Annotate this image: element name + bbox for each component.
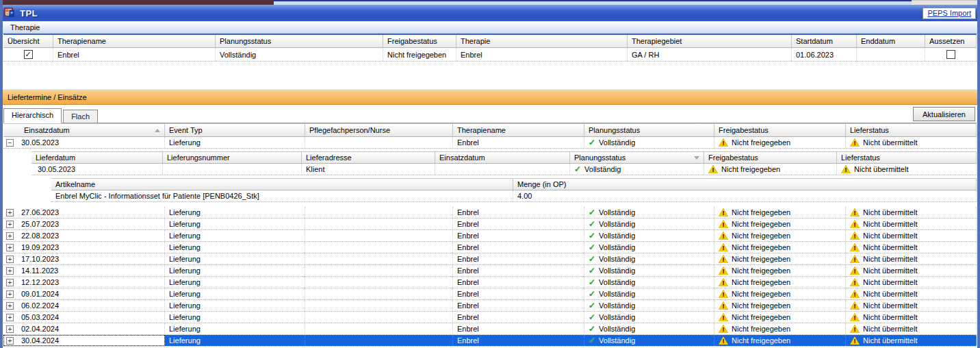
column-header-enddatum[interactable]: Enddatum [857,35,925,47]
expand-icon[interactable] [6,290,14,298]
freigabestatus-cell: Nicht freigegeben [732,313,790,321]
column-header-startdatum[interactable]: Startdatum [792,35,857,47]
lieferstatus-cell: Nicht übermittelt [863,325,917,333]
column-header-pflegefachperson[interactable]: Pflegefachperson/Nurse [305,124,453,136]
table-row[interactable]: 22.08.2023 Lieferung Enbrel ✓Vollständig… [3,230,977,242]
table-row[interactable]: 14.11.2023 Lieferung Enbrel ✓Vollständig… [3,265,977,277]
table-row[interactable]: 12.12.2023 Lieferung Enbrel ✓Vollständig… [3,277,977,288]
lieferstatus-cell: Nicht übermittelt [863,290,917,298]
event-typ-cell: Lieferung [165,265,305,276]
uebersicht-checkbox-checked[interactable]: ✓ [24,50,33,59]
column-header-lieferstatus[interactable]: Lieferstatus [837,152,977,163]
warning-icon [841,165,851,173]
column-header-artikelname[interactable]: Artikelname [51,179,513,190]
column-header-therapiename[interactable]: Therapiename [53,35,216,47]
peps-import-button[interactable]: PEPS Import [923,8,976,19]
expand-icon[interactable] [6,221,14,228]
planungsstatus-cell: Vollständig [599,290,635,298]
column-header-lieferstatus[interactable]: Lieferstatus [846,124,977,136]
check-icon: ✓ [589,301,595,310]
tab-hierarchisch[interactable]: Hierarchisch [3,108,62,123]
expand-icon[interactable] [6,302,14,310]
warning-icon [719,232,728,240]
column-header-menge[interactable]: Menge (in OP) [513,179,977,190]
planning-status-cell: Vollständig [216,48,383,61]
table-row[interactable]: 19.09.2023 Lieferung Enbrel ✓Vollständig… [3,242,977,253]
check-icon: ✓ [574,165,581,173]
menu-item-therapie[interactable]: Therapie [8,23,42,32]
column-header-einsatzdatum[interactable]: Einsatzdatum [435,152,570,163]
therapiename-cell: Enbrel [453,300,584,311]
warning-icon [850,325,860,333]
refresh-button[interactable]: Aktualisieren [913,107,975,121]
table-row[interactable]: 02.04.2024 Lieferung Enbrel ✓Vollständig… [3,323,977,335]
column-header-therapie[interactable]: Therapie [456,35,628,47]
column-header-lieferadresse[interactable]: Lieferadresse [302,152,435,163]
column-header-lieferdatum[interactable]: Lieferdatum [31,152,163,163]
nested-delivery-row[interactable]: 30.05.2023 Klient ✓Vollständig Nicht fre… [31,164,977,175]
column-header-therapiegebiet[interactable]: Therapiegebiet [628,35,792,47]
table-row[interactable]: 25.07.2023 Lieferung Enbrel ✓Vollständig… [3,219,977,230]
column-header-planungsstatus[interactable]: Planungsstatus [216,35,383,47]
check-icon: ✓ [589,138,595,147]
window-title: TPL [20,8,38,18]
warning-icon [850,290,860,298]
event-typ-cell: Lieferung [165,242,305,253]
aussetzen-checkbox-unchecked[interactable] [946,50,955,59]
title-bar[interactable]: TPL PEPS Import [0,5,980,21]
expand-icon[interactable] [6,314,14,321]
column-header-event-typ[interactable]: Event Typ [165,124,305,136]
table-row[interactable]: 30.04.2024 Lieferung Enbrel ✓Vollständig… [3,335,977,347]
tab-flach[interactable]: Flach [63,110,98,123]
therapy-row[interactable]: ✓ Enbrel Vollständig Nicht freigegeben E… [3,48,977,62]
table-row[interactable]: 27.06.2023 Lieferung Enbrel ✓Vollständig… [3,207,977,219]
app-window-icon [4,8,15,18]
column-header-planungsstatus[interactable]: Planungsstatus [584,124,714,136]
column-header-lieferungsnummer[interactable]: Lieferungsnummer [163,152,302,163]
planungsstatus-cell: Vollständig [599,278,635,286]
article-table: Artikelname Menge (in OP) Enbrel MyClic … [3,178,977,202]
column-header-uebersicht[interactable]: Übersicht [3,35,53,47]
lieferungsnummer-cell [163,164,302,175]
freigabestatus-cell: Nicht freigegeben [732,290,790,298]
einsatzdatum-cell: 25.07.2023 [21,220,59,228]
table-row[interactable]: 09.01.2024 Lieferung Enbrel ✓Vollständig… [3,288,977,300]
table-row-expanded[interactable]: 30.05.2023 Lieferung Enbrel ✓Vollständig… [3,137,977,149]
expand-icon[interactable] [6,244,14,251]
nurse-cell [305,207,453,218]
event-typ-cell: Lieferung [165,288,305,299]
column-header-aussetzen[interactable]: Aussetzen [925,35,977,47]
table-row[interactable]: 05.03.2024 Lieferung Enbrel ✓Vollständig… [3,312,977,323]
column-header-freigabestatus[interactable]: Freigabestatus [704,152,837,163]
warning-icon [850,313,860,321]
collapse-icon[interactable] [6,139,14,147]
expand-icon[interactable] [6,279,14,286]
nurse-cell [305,219,453,229]
article-row[interactable]: Enbrel MyClic - Informationsset für Pati… [51,190,977,202]
planungsstatus-cell: Vollständig [599,138,635,147]
einsatzdatum-cell: 12.12.2023 [21,278,59,286]
expand-icon[interactable] [6,256,14,263]
table-row[interactable]: 06.02.2024 Lieferung Enbrel ✓Vollständig… [3,300,977,312]
expand-icon[interactable] [6,232,14,240]
expand-icon[interactable] [6,267,14,275]
event-typ-cell: Lieferung [165,137,305,148]
einsatzdatum-cell: 02.04.2024 [21,325,59,333]
table-row[interactable]: 17.10.2023 Lieferung Enbrel ✓Vollständig… [3,253,977,265]
freigabestatus-cell: Nicht freigegeben [721,165,780,173]
planungsstatus-cell: Vollständig [599,255,635,263]
column-header-freigabestatus[interactable]: Freigabestatus [714,124,846,136]
column-header-therapiename[interactable]: Therapiename [453,124,584,136]
expand-icon[interactable] [6,209,14,216]
warning-icon [850,243,860,251]
expand-icon[interactable] [6,337,14,345]
warning-icon [708,165,718,173]
freigabestatus-cell: Nicht freigegeben [732,301,790,310]
spacer [3,202,977,207]
column-header-einsatzdatum[interactable]: Einsatzdatum [3,124,165,136]
expand-icon[interactable] [6,325,14,333]
column-header-freigabestatus[interactable]: Freigabestatus [383,35,456,47]
therapiename-cell: Enbrel [453,253,584,264]
end-date-cell [857,48,925,61]
column-header-planungsstatus[interactable]: Planungsstatus [570,152,704,163]
